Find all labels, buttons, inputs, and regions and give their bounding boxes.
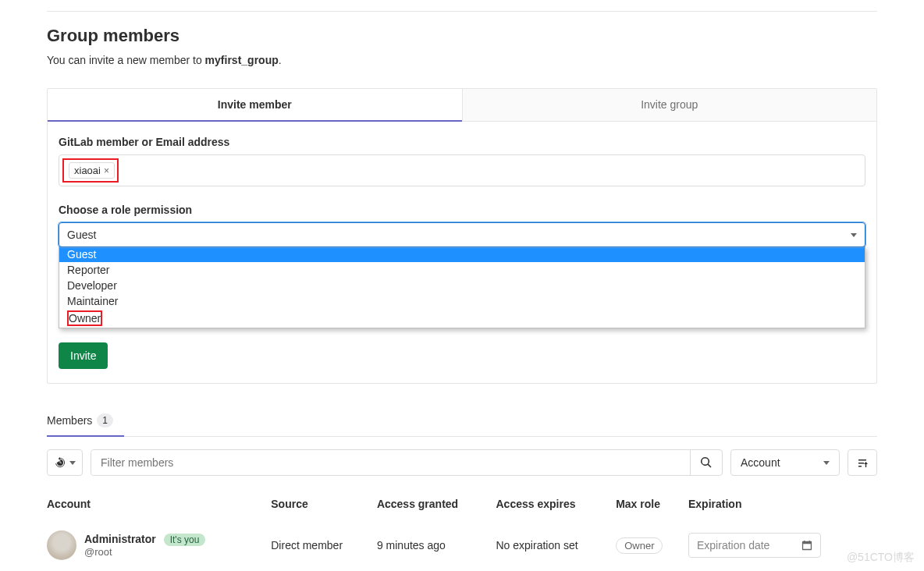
filter-members-search (91, 449, 723, 476)
member-token[interactable]: xiaoai × (69, 162, 115, 179)
role-option-owner[interactable]: Owner (59, 309, 865, 328)
watermark: @51CTO博客 (847, 551, 915, 565)
role-selected-value: Guest (67, 229, 96, 241)
max-role-pill: Owner (616, 537, 663, 554)
remove-token-icon[interactable]: × (104, 165, 109, 176)
history-icon (54, 456, 66, 469)
role-option-reporter[interactable]: Reporter (59, 262, 865, 278)
invite-button[interactable]: Invite (59, 342, 108, 369)
subhead-suffix: . (279, 54, 282, 66)
subhead-text: You can invite a new member to (47, 54, 205, 66)
members-subtab[interactable]: Members 1 (47, 406, 124, 437)
member-name[interactable]: Administrator (84, 533, 156, 545)
sort-field-select[interactable]: Account (730, 449, 840, 476)
filter-members-input[interactable] (91, 450, 690, 475)
calendar-icon (801, 540, 812, 551)
role-field-label: Choose a role permission (59, 204, 865, 216)
sort-field-label: Account (741, 456, 780, 469)
group-name: myfirst_group (205, 54, 279, 66)
role-option-guest[interactable]: Guest (59, 246, 865, 262)
role-option-maintainer[interactable]: Maintainer (59, 293, 865, 309)
tab-invite-member[interactable]: Invite member (48, 89, 462, 122)
members-table: Account Source Access granted Access exp… (47, 490, 877, 569)
expiration-placeholder: Expiration date (697, 539, 769, 551)
members-subtab-label: Members (47, 414, 92, 427)
search-button[interactable] (690, 450, 722, 475)
sort-ascending-icon (856, 456, 869, 469)
invite-tabs: Invite member Invite group (48, 89, 876, 122)
members-subtabs: Members 1 (47, 406, 877, 437)
its-you-badge: It's you (164, 534, 206, 546)
cell-source: Direct member (271, 521, 377, 569)
cell-expires: No expiration set (496, 521, 617, 569)
page-subhead: You can invite a new member to myfirst_g… (47, 54, 877, 66)
members-toolbar: Account (47, 449, 877, 476)
cell-granted: 9 minutes ago (377, 521, 496, 569)
col-expires: Access expires (496, 490, 617, 521)
member-token-input[interactable]: xiaoai × (59, 154, 865, 186)
table-row: Administrator It's you @root Direct memb… (47, 521, 877, 569)
chevron-down-icon (69, 461, 76, 465)
sort-direction-button[interactable] (848, 449, 877, 476)
col-source: Source (271, 490, 377, 521)
invite-panel: Invite member Invite group GitLab member… (47, 88, 877, 384)
role-dropdown: Guest Reporter Developer Maintainer Owne… (59, 246, 865, 328)
role-select[interactable]: Guest (59, 222, 865, 247)
col-maxrole: Max role (616, 490, 688, 521)
page-title: Group members (47, 26, 877, 46)
member-field-label: GitLab member or Email address (59, 136, 865, 148)
avatar (47, 530, 76, 560)
recent-searches-button[interactable] (47, 449, 83, 476)
col-expiration: Expiration (688, 490, 877, 521)
tab-invite-group[interactable]: Invite group (462, 89, 877, 122)
role-option-owner-text: Owner (69, 312, 101, 325)
expiration-input[interactable]: Expiration date (688, 533, 821, 558)
col-granted: Access granted (377, 490, 496, 521)
chevron-down-icon (851, 233, 857, 237)
role-option-developer[interactable]: Developer (59, 278, 865, 293)
member-token-text: xiaoai (74, 165, 101, 176)
search-icon (700, 456, 713, 469)
members-count-badge: 1 (97, 413, 113, 427)
col-account: Account (47, 490, 271, 521)
chevron-down-icon (823, 461, 830, 465)
member-username: @root (84, 546, 205, 558)
top-divider (47, 11, 877, 12)
